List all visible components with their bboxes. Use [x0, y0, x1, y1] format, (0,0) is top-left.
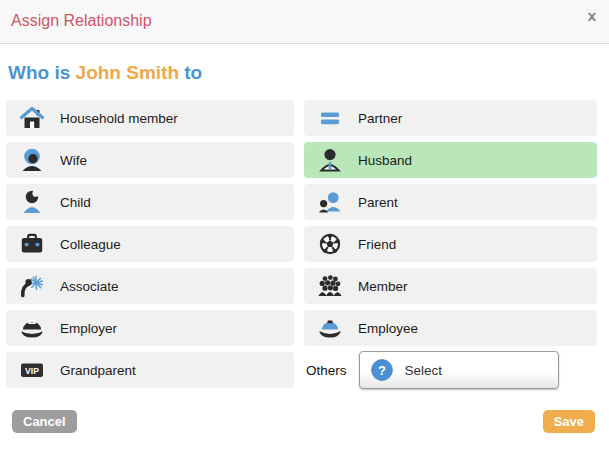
- relationship-option-label: Friend: [358, 237, 396, 252]
- relationship-option-label: Employee: [358, 321, 418, 336]
- relationship-option-label: Wife: [60, 153, 87, 168]
- question-suffix: to: [179, 62, 202, 83]
- associate-icon: [19, 273, 45, 299]
- crowd-icon: [317, 273, 343, 299]
- close-icon[interactable]: x: [588, 8, 596, 23]
- relationship-option-friend[interactable]: Friend: [304, 226, 597, 262]
- others-label: Others: [306, 363, 347, 378]
- cancel-button[interactable]: Cancel: [12, 410, 77, 433]
- relationship-option-associate[interactable]: Associate: [6, 268, 294, 304]
- parents-icon: [317, 189, 343, 215]
- relationship-option-partner[interactable]: Partner: [304, 100, 597, 136]
- question-prefix: Who is: [8, 62, 76, 83]
- hardhat-blue-icon: [317, 315, 343, 341]
- woman-icon: [19, 147, 45, 173]
- relationship-option-employee[interactable]: Employee: [304, 310, 597, 346]
- briefcase-icon: [19, 231, 45, 257]
- relationship-option-parent[interactable]: Parent: [304, 184, 597, 220]
- question-icon: ?: [371, 359, 393, 381]
- options-column-right: PartnerHusbandParentFriendMemberEmployee…: [304, 100, 597, 390]
- options-column-right-rows: PartnerHusbandParentFriendMemberEmployee: [304, 100, 597, 352]
- assign-relationship-modal: Assign Relationship x Who is John Smith …: [0, 0, 609, 449]
- relationship-option-label: Parent: [358, 195, 398, 210]
- modal-header: Assign Relationship x: [0, 0, 609, 44]
- relationship-option-label: Associate: [60, 279, 119, 294]
- relationship-option-label: Employer: [60, 321, 117, 336]
- relationship-option-label: Household member: [60, 111, 178, 126]
- question-heading: Who is John Smith to: [8, 62, 202, 84]
- relationship-option-employer[interactable]: Employer: [6, 310, 294, 346]
- relationship-option-label: Grandparent: [60, 363, 136, 378]
- relationship-option-label: Child: [60, 195, 91, 210]
- man-tie-icon: [317, 147, 343, 173]
- person-name: John Smith: [76, 62, 179, 83]
- others-select-label: Select: [405, 363, 443, 378]
- relationship-option-label: Colleague: [60, 237, 121, 252]
- others-select-button[interactable]: ? Select: [359, 351, 559, 389]
- child-icon: [19, 189, 45, 215]
- relationship-option-colleague[interactable]: Colleague: [6, 226, 294, 262]
- house-icon: [19, 105, 45, 131]
- relationship-option-child[interactable]: Child: [6, 184, 294, 220]
- soccer-ball-icon: [317, 231, 343, 257]
- hardhat-dark-icon: [19, 315, 45, 341]
- relationship-option-label: Husband: [358, 153, 412, 168]
- save-button[interactable]: Save: [543, 410, 595, 433]
- relationship-option-label: Member: [358, 279, 408, 294]
- svg-text:VIP: VIP: [25, 366, 39, 376]
- svg-text:?: ?: [378, 363, 386, 378]
- relationship-option-wife[interactable]: Wife: [6, 142, 294, 178]
- relationship-option-label: Partner: [358, 111, 402, 126]
- vip-icon: VIP: [19, 357, 45, 383]
- modal-title: Assign Relationship: [11, 12, 152, 30]
- relationship-option-household-member[interactable]: Household member: [6, 100, 294, 136]
- relationship-option-grandparent[interactable]: VIPGrandparent: [6, 352, 294, 388]
- equals-icon: [317, 105, 343, 131]
- relationship-option-member[interactable]: Member: [304, 268, 597, 304]
- relationship-option-husband[interactable]: Husband: [304, 142, 597, 178]
- options-column-left: Household memberWifeChildColleagueAssoci…: [6, 100, 294, 394]
- others-row: Others ? Select: [304, 350, 597, 390]
